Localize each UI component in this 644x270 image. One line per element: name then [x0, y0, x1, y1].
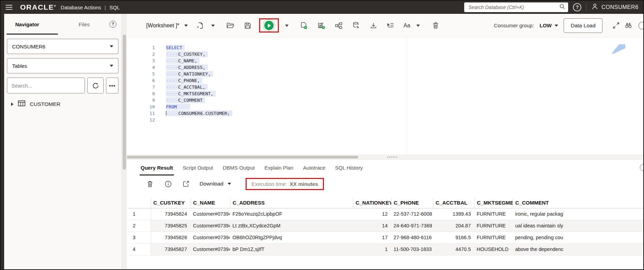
cell-c_name[interactable]: Customer#073945824	[191, 208, 230, 220]
cell-c_nationkey[interactable]: 12	[353, 208, 391, 220]
editor-hscrollbar-thumb[interactable]	[127, 156, 358, 159]
cell-c_custkey[interactable]: 73945824	[151, 208, 191, 220]
column-header-c_phone[interactable]: C_PHONE	[391, 198, 433, 208]
editor-code-area[interactable]: SELECT····C_CUSTKEY,····C_NAME,····C_ADD…	[161, 37, 643, 155]
more-actions-button[interactable]: •••	[106, 78, 118, 93]
clear-icon[interactable]	[431, 21, 440, 30]
pane-splitter[interactable]: ••••••	[127, 155, 643, 160]
cell-c_nationkey[interactable]: 1	[353, 243, 391, 255]
column-header-c_mktsegment[interactable]: C_MKTSEGMENT	[474, 198, 513, 208]
cell-c_phone[interactable]: 22-537-712-6008	[391, 208, 433, 220]
format-icon[interactable]	[386, 21, 395, 30]
cell-c_address[interactable]: F26oYeuzq2cLipbpOF	[230, 208, 353, 220]
info-icon[interactable]	[164, 179, 173, 188]
autotrace-icon[interactable]	[334, 21, 343, 30]
cell-c_address[interactable]: bP Dm1Z,sjIfT	[230, 243, 353, 255]
help-icon-clipped[interactable]	[638, 22, 644, 29]
caret-down-icon[interactable]	[282, 21, 291, 30]
user-menu[interactable]: CONSUMER6	[591, 3, 638, 11]
result-tab-dbms-output[interactable]: DBMS Output	[223, 160, 255, 176]
new-worksheet-icon[interactable]: *	[196, 21, 205, 30]
cell-c_comment[interactable]: ironic, regular packag	[513, 208, 643, 220]
code-line[interactable]: FROM	[161, 104, 643, 111]
download-button[interactable]: Download	[200, 181, 231, 187]
code-line[interactable]: ····C_CUSTKEY,	[161, 52, 643, 58]
splitter-handle[interactable]: ••••••	[387, 155, 398, 159]
sidebar-search-input[interactable]	[7, 78, 85, 93]
schema-select[interactable]: CONSUMER6	[7, 39, 118, 54]
cell-c_name[interactable]: Customer#073945827	[191, 243, 230, 255]
result-tab-autotrace[interactable]: Autotrace	[303, 160, 325, 176]
cell-c_comment[interactable]: pending, pending cou	[513, 232, 643, 243]
sql-editor[interactable]: 123456789101112 SELECT····C_CUSTKEY,····…	[127, 37, 643, 155]
tab-files[interactable]: Files	[78, 20, 90, 29]
cell-c_address[interactable]: Lt ztBx,XCydce2GpM	[230, 220, 353, 232]
caret-down-icon[interactable]	[209, 21, 218, 30]
cell-c_mktsegment[interactable]: FURNITURE	[474, 220, 513, 232]
search-icon[interactable]	[559, 3, 565, 11]
cell-rownum[interactable]: 2	[128, 220, 151, 232]
cell-rownum[interactable]: 3	[128, 232, 151, 243]
code-line[interactable]: SELECT	[161, 45, 643, 52]
code-line[interactable]: ····C_ADDRESS,	[161, 65, 643, 71]
expand-arrow-icon[interactable]	[11, 102, 14, 106]
cell-c_mktsegment[interactable]: FURNITURE	[474, 208, 513, 220]
expand-icon[interactable]	[611, 21, 620, 30]
result-tab-sql-history[interactable]: SQL History	[335, 160, 363, 176]
cell-c_custkey[interactable]: 73945825	[151, 220, 191, 232]
code-line[interactable]: ····C_NAME,	[161, 58, 643, 65]
cell-c_nationkey[interactable]: 17	[353, 232, 391, 243]
cell-c_acctbal[interactable]: 9166.5	[433, 232, 474, 243]
worksheet-selector[interactable]: [Worksheet ]*	[146, 22, 188, 29]
cell-c_comment[interactable]: above the dependenc	[513, 243, 643, 255]
cell-c_name[interactable]: Customer#073945826	[191, 232, 230, 243]
open-file-icon[interactable]	[226, 21, 235, 30]
open-new-icon[interactable]	[182, 179, 191, 188]
cell-c_acctbal[interactable]: 204.87	[433, 220, 474, 232]
column-header-c_name[interactable]: C_NAME	[191, 198, 230, 208]
code-line[interactable]	[161, 117, 643, 124]
tree-item-customer[interactable]: CUSTOMER	[4, 100, 121, 108]
cell-c_acctbal[interactable]: 4470.5	[433, 243, 474, 255]
code-line[interactable]: ····C_MKTSEGMENT,	[161, 91, 643, 98]
run-statement-button[interactable]	[264, 21, 274, 30]
cell-c_comment[interactable]: ual ideas maintain sly	[513, 220, 643, 232]
refresh-button[interactable]	[87, 78, 104, 93]
save-icon[interactable]	[243, 21, 252, 30]
sidebar-scrollbar-thumb[interactable]	[123, 35, 126, 170]
cell-c_phone[interactable]: 27-968-480-6116	[391, 232, 433, 243]
sidebar-scrollbar[interactable]	[121, 14, 127, 269]
help-icon[interactable]: ?	[573, 3, 581, 11]
run-script-icon[interactable]	[300, 21, 309, 30]
cell-rownum[interactable]: 4	[128, 243, 151, 255]
column-header-c_custkey[interactable]: C_CUSTKEY	[151, 198, 191, 208]
object-type-select[interactable]: Tables	[7, 58, 118, 73]
tab-navigator[interactable]: Navigator	[15, 20, 40, 29]
font-size-icon[interactable]: Aa	[404, 22, 411, 29]
cell-c_phone[interactable]: 24-640-971-7369	[391, 220, 433, 232]
column-header-c_comment[interactable]: C_COMMENT	[513, 198, 643, 208]
data-load-button[interactable]: Data Load	[564, 18, 602, 33]
cell-c_custkey[interactable]: 73945827	[151, 243, 191, 255]
download-icon[interactable]	[369, 21, 378, 30]
cell-c_address[interactable]: OB6hOZ0RtgZPPjdvq	[230, 232, 353, 243]
global-search-input[interactable]	[468, 4, 559, 10]
cell-c_phone[interactable]: 11-500-703-1833	[391, 243, 433, 255]
menu-icon[interactable]	[6, 5, 12, 10]
cell-c_acctbal[interactable]: 1399.43	[433, 208, 474, 220]
cell-c_custkey[interactable]: 73945826	[151, 232, 191, 243]
column-header-c_address[interactable]: C_ADDRESS	[230, 198, 353, 208]
cell-c_name[interactable]: Customer#073945825	[191, 220, 230, 232]
cell-c_mktsegment[interactable]: HOUSEHOLD	[474, 243, 513, 255]
code-line[interactable]: ····CONSUMER6.CUSTOMER;	[161, 111, 643, 117]
code-line[interactable]: ····C_ACCTBAL,	[161, 84, 643, 91]
sql-history-icon[interactable]	[352, 21, 361, 30]
global-search[interactable]	[464, 2, 568, 12]
code-line[interactable]: ····C_NATIONKEY,	[161, 71, 643, 78]
cell-rownum[interactable]: 1	[128, 208, 151, 220]
column-header-c_acctbal[interactable]: C_ACCTBAL	[433, 198, 474, 208]
cell-c_nationkey[interactable]: 14	[353, 220, 391, 232]
result-tab-script-output[interactable]: Script Output	[183, 160, 213, 176]
code-line[interactable]: ····C_COMMENT	[161, 98, 643, 104]
caret-down-icon[interactable]	[414, 21, 423, 30]
